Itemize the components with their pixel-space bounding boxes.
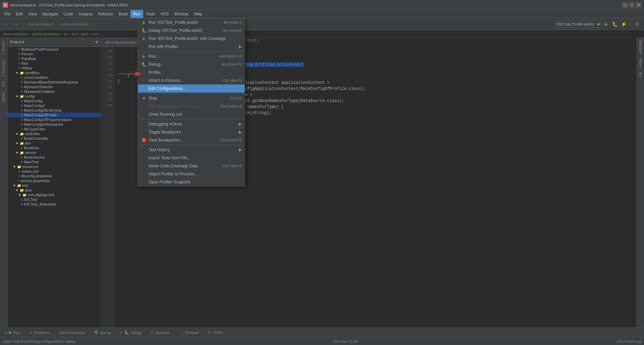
run-menu-profile[interactable]: Profile... — [138, 68, 245, 76]
tree-item[interactable]: C MyTypeFilter — [7, 127, 101, 131]
tree-item[interactable]: C WindowsCondition — [7, 89, 101, 94]
tree-item[interactable]: C BookController — [7, 136, 101, 141]
right-tab-ant[interactable]: Ant — [638, 70, 643, 79]
left-tab-maven[interactable]: Maven — [1, 90, 6, 104]
minimize-button[interactable]: — — [623, 2, 628, 8]
tree-item-prop[interactable]: ≡ person.properties — [7, 178, 101, 183]
tree-item-selected[interactable]: C MainConfigOfProfile — [7, 113, 101, 117]
tree-item[interactable]: C IOCTest_Autowired — [7, 202, 101, 207]
run-menu-debug-test[interactable]: 🐛 Debug 'IOCTest_Profile.test01' Alt+Shi… — [138, 26, 245, 35]
bottom-tab-terminal[interactable]: ⬛ Terminal — [177, 330, 201, 335]
run-menu-debugging-actions[interactable]: Debugging Actions ▶ — [138, 120, 245, 128]
run-menu-view-breakpoints[interactable]: 🔴 View Breakpoints... Ctrl+Shift+F8 — [138, 136, 245, 144]
tree-item-label: BookDao — [24, 146, 39, 150]
back-button[interactable]: ← — [3, 20, 11, 28]
debug-button[interactable]: 🐛 — [611, 20, 619, 28]
menu-vcs[interactable]: VCS — [158, 10, 172, 18]
bottom-tab-spring[interactable]: 🌿 Spring — [92, 330, 113, 335]
window-controls[interactable]: — □ ✕ — [623, 2, 641, 8]
menu-refactor[interactable]: Refactor — [96, 10, 116, 18]
run-menu-attach[interactable]: Attach to Process... Ctrl+Alt+F5 — [138, 76, 245, 84]
run-coverage-icon: ▶ — [141, 36, 147, 41]
run-menu-stop[interactable]: ■ Stop Ctrl+F2 — [138, 94, 245, 102]
run-menu-profiler[interactable]: Run with Profiler ▶ — [138, 43, 245, 51]
bottom-tab-todo[interactable]: 6: TODO — [206, 330, 225, 335]
tree-item[interactable]: C BookDao — [7, 146, 101, 150]
run-menu-debug[interactable]: 🐛 Debug... Alt+Shift+F9 — [138, 60, 245, 68]
run-menu-toggle-breakpoint[interactable]: Toggle Breakpoint ▶ — [138, 128, 245, 136]
menu-code[interactable]: Code — [61, 10, 76, 18]
menu-run[interactable]: Run — [130, 10, 143, 18]
run-menu-attach-profiler[interactable]: Attach Profiler to Process... — [138, 170, 245, 178]
project-panel-gear[interactable]: ⚙ — [95, 40, 98, 44]
tree-folder-test[interactable]: ▼ 📁 test — [7, 183, 101, 188]
menu-build[interactable]: Build — [116, 10, 130, 18]
tree-folder-resources[interactable]: ▼ 📁 resources — [7, 164, 101, 169]
tree-item[interactable]: C RainBow — [7, 56, 101, 61]
run-menu-stop-bg[interactable]: Stop Background Processes... Ctrl+Shift+… — [138, 102, 245, 110]
menu-help[interactable]: Help — [191, 10, 205, 18]
tree-item[interactable]: C Yellow — [7, 66, 101, 70]
right-tab-maven[interactable]: Maven — [638, 56, 643, 70]
tree-folder-service[interactable]: ▼ 📁 service — [7, 150, 101, 155]
menu-edit[interactable]: Edit — [13, 10, 25, 18]
run-menu-run-test[interactable]: ▶ Run 'IOCTest_Profile.test01' Alt+Shift… — [138, 18, 245, 26]
run-menu-test-history[interactable]: Test History ▶ — [138, 146, 245, 154]
tree-item[interactable]: C LinuxCondition — [7, 75, 101, 80]
tree-item[interactable]: C MainConfig2 — [7, 103, 101, 108]
tree-item[interactable]: C MainConfigOfLifeCycle — [7, 108, 101, 113]
run-menu-edit-configs[interactable]: Edit Configurations... — [138, 84, 245, 93]
tree-folder-java[interactable]: ▼ 📁 java — [7, 188, 101, 192]
run-menu-coverage[interactable]: ▶ Run 'IOCTest_Profile.test01' with Cove… — [138, 35, 245, 43]
tree-item[interactable]: C MyBeanPostProcessor — [7, 47, 101, 52]
run-menu-coverage-data[interactable]: Show Code Coverage Data Ctrl+Alt+F6 — [138, 162, 245, 170]
run-menu-show-running[interactable]: Show Running List — [138, 110, 245, 118]
tree-item[interactable]: C MainConfig — [7, 99, 101, 103]
menu-window[interactable]: Window — [171, 10, 191, 18]
tree-folder-config[interactable]: ▼ 📁 config — [7, 94, 101, 99]
tree-item[interactable]: C MyImportSelector — [7, 84, 101, 89]
close-button[interactable]: ✕ — [636, 2, 641, 8]
profile-label: Profile... — [149, 70, 163, 75]
tree-item-xml[interactable]: ✦ beans.xml — [7, 169, 101, 174]
run-menu-run[interactable]: ▶ Run... Alt+Shift+F10 — [138, 52, 245, 60]
settings-button[interactable]: ⚙ — [633, 20, 641, 28]
coverage-button[interactable]: ⚡ — [620, 20, 628, 28]
tree-item[interactable]: C Red — [7, 61, 101, 66]
bottom-tab-services[interactable]: 8: Services — [149, 330, 171, 335]
menu-analyze[interactable]: Analyze — [76, 10, 96, 18]
todo-num: 6: — [208, 331, 211, 335]
forward-button[interactable]: → — [12, 20, 20, 28]
menu-view[interactable]: View — [25, 10, 40, 18]
maximize-button[interactable]: □ — [629, 2, 635, 8]
project-selector[interactable]: idea-workspace — [26, 22, 54, 26]
bottom-tab-run[interactable]: 4: ▶ Run — [3, 330, 22, 335]
tree-folder-atguigu[interactable]: ▼ 📁 com.atguigu.test — [7, 192, 101, 197]
run-menu-import-tests[interactable]: Import Tests from File... — [138, 154, 245, 162]
run-menu-open-profiler[interactable]: Open Profiler Snapshot — [138, 178, 245, 186]
menu-navigate[interactable]: Navigate — [40, 10, 61, 18]
left-tab-project[interactable]: 1: Project — [1, 39, 6, 57]
tree-item[interactable]: C MainConifgOfAutowired — [7, 122, 101, 127]
left-tab-structure[interactable]: 2: Structure — [1, 58, 6, 79]
right-tab-database[interactable]: Database — [638, 38, 643, 56]
tree-item[interactable]: C MainConfigOfPropertyValues — [7, 117, 101, 122]
tree-item[interactable]: C BookService — [7, 155, 101, 160]
module-selector[interactable]: spring-annotation — [58, 22, 90, 26]
tree-item[interactable]: C MainTest — [7, 160, 101, 164]
tree-item[interactable]: C MyImportBeanDefinitionRegistrar — [7, 80, 101, 84]
left-tab-ant[interactable]: Ant — [1, 80, 6, 89]
bottom-tab-problems[interactable]: ⚠ Problems — [27, 330, 51, 335]
tree-folder-dao[interactable]: ▼ 📁 dao — [7, 141, 101, 146]
tree-item[interactable]: C Person — [7, 52, 101, 56]
bottom-tab-java-enterprise[interactable]: Java Enterprise — [57, 330, 87, 335]
menu-tools[interactable]: Tools — [143, 10, 158, 18]
tree-item[interactable]: C IOCTest — [7, 197, 101, 202]
bottom-tab-debug[interactable]: 5: 🐛 Debug — [118, 330, 144, 335]
tree-folder-controller[interactable]: ▼ 📁 controller — [7, 131, 101, 136]
run-config-dropdown[interactable]: IOCTest_Profile.test01 — [554, 20, 601, 28]
menu-file[interactable]: File — [1, 10, 13, 18]
run-button[interactable]: ▶ — [602, 20, 610, 28]
tree-item-prop[interactable]: ≡ dbconfig.properties — [7, 174, 101, 178]
tree-folder-condition[interactable]: ▼ 📁 condition — [7, 70, 101, 75]
